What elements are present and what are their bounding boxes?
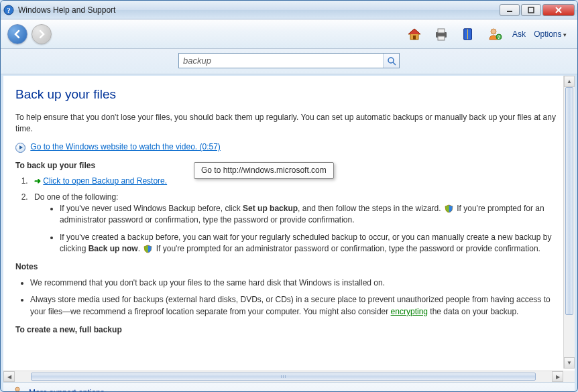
- maximize-button[interactable]: [521, 4, 541, 16]
- close-button[interactable]: [542, 4, 575, 16]
- setup-backup-label: Set up backup: [243, 204, 298, 213]
- support-icon: ?: [13, 385, 25, 392]
- svg-text:?: ?: [498, 35, 500, 40]
- home-icon[interactable]: [405, 25, 424, 44]
- scroll-down-arrow[interactable]: ▼: [564, 357, 575, 369]
- toolbar: ? Ask Options: [1, 19, 577, 49]
- forward-button[interactable]: [32, 24, 52, 44]
- search-box: [178, 53, 400, 68]
- note-1: We recommend that you don't back up your…: [30, 277, 561, 289]
- scroll-up-arrow[interactable]: ▲: [564, 76, 575, 87]
- more-support-link[interactable]: More support options: [29, 388, 105, 393]
- svg-rect-8: [438, 29, 445, 33]
- create-backup-heading: To create a new, full backup: [15, 324, 561, 336]
- video-link-row: Go to the Windows website to watch the v…: [15, 141, 561, 153]
- search-button[interactable]: [383, 54, 399, 68]
- shield-icon: [143, 245, 152, 253]
- vscroll-thumb[interactable]: [565, 87, 573, 315]
- option-2: If you've created a backup before, you c…: [60, 232, 561, 255]
- play-icon: [15, 143, 25, 153]
- search-icon: [387, 56, 396, 66]
- article-title: Back up your files: [15, 85, 561, 104]
- notes-heading: Notes: [15, 261, 561, 273]
- svg-point-13: [491, 29, 496, 34]
- svg-rect-9: [438, 36, 445, 40]
- minimize-button[interactable]: [500, 4, 520, 16]
- ask-icon[interactable]: ?: [485, 25, 504, 44]
- svg-line-17: [393, 62, 396, 65]
- back-button[interactable]: [7, 24, 27, 44]
- options-menu[interactable]: Options: [534, 29, 567, 39]
- window-controls: [500, 4, 575, 16]
- ask-link[interactable]: Ask: [512, 29, 526, 39]
- status-bar: ? More support options Online Help: [3, 382, 575, 392]
- svg-rect-12: [467, 29, 468, 39]
- arrow-icon: ➜: [34, 176, 41, 186]
- content-frame: Back up your files To help ensure that y…: [3, 76, 575, 382]
- browse-help-icon[interactable]: [459, 25, 477, 44]
- steps-list: ➜ Click to open Backup and Restore. Do o…: [30, 176, 561, 255]
- svg-point-16: [388, 58, 394, 63]
- svg-text:?: ?: [7, 6, 11, 14]
- vertical-scrollbar[interactable]: ▲ ▼: [563, 76, 575, 369]
- notes-list: We recommend that you don't back up your…: [30, 277, 561, 318]
- title-bar: ? Windows Help and Support: [1, 1, 577, 19]
- step-2: Do one of the following: If you've never…: [30, 192, 561, 255]
- article-content: Back up your files To help ensure that y…: [3, 76, 575, 369]
- horizontal-scrollbar[interactable]: ◀ ▶: [3, 371, 563, 382]
- open-backup-link[interactable]: Click to open Backup and Restore.: [43, 176, 167, 186]
- hscroll-thumb[interactable]: [31, 373, 536, 381]
- shield-icon: [445, 204, 453, 213]
- intro-paragraph: To help ensure that you don't lose your …: [15, 112, 561, 135]
- svg-rect-3: [528, 7, 534, 13]
- option-1: If you've never used Windows Backup befo…: [60, 203, 561, 226]
- more-support[interactable]: ? More support options: [13, 385, 105, 392]
- scroll-right-arrow[interactable]: ▶: [552, 371, 563, 382]
- search-input[interactable]: [179, 54, 383, 68]
- video-link[interactable]: Go to the Windows website to watch the v…: [30, 142, 220, 151]
- scroll-left-arrow[interactable]: ◀: [3, 371, 15, 382]
- help-icon: ?: [3, 5, 14, 15]
- scroll-corner: [563, 371, 575, 382]
- step-2-options: If you've never used Windows Backup befo…: [60, 203, 561, 255]
- backup-now-label: Back up now: [89, 244, 138, 253]
- encrypting-link[interactable]: encrypting: [391, 307, 428, 316]
- search-bar: [1, 49, 577, 74]
- svg-rect-6: [413, 36, 416, 40]
- step-2-text: Do one of the following:: [34, 192, 118, 202]
- window-title: Windows Help and Support: [18, 5, 500, 15]
- link-tooltip: Go to http://windows.microsoft.com: [194, 162, 334, 179]
- note-2: Always store media used for backups (ext…: [30, 294, 561, 318]
- print-icon[interactable]: [432, 25, 451, 44]
- svg-point-18: [15, 387, 19, 391]
